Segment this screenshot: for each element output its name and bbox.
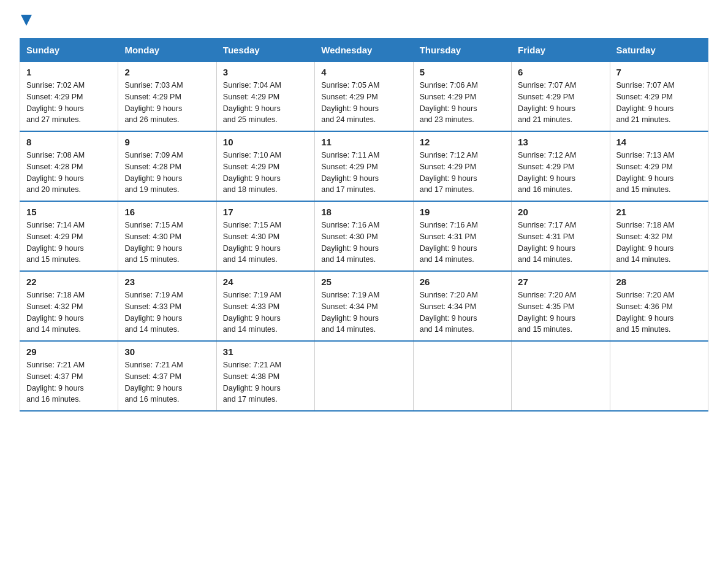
col-header-thursday: Thursday — [413, 39, 511, 62]
day-info: Sunrise: 7:21 AM Sunset: 4:37 PM Dayligh… — [26, 359, 112, 405]
day-number: 29 — [26, 347, 112, 357]
calendar-cell: 1 Sunrise: 7:02 AM Sunset: 4:29 PM Dayli… — [20, 62, 118, 132]
day-info: Sunrise: 7:11 AM Sunset: 4:29 PM Dayligh… — [321, 150, 406, 196]
calendar-cell — [512, 341, 610, 411]
calendar-cell: 24 Sunrise: 7:19 AM Sunset: 4:33 PM Dayl… — [216, 271, 314, 341]
calendar-cell: 7 Sunrise: 7:07 AM Sunset: 4:29 PM Dayli… — [610, 62, 708, 132]
day-info: Sunrise: 7:13 AM Sunset: 4:29 PM Dayligh… — [616, 150, 702, 196]
calendar-week-row: 22 Sunrise: 7:18 AM Sunset: 4:32 PM Dayl… — [20, 271, 708, 341]
calendar-cell: 19 Sunrise: 7:16 AM Sunset: 4:31 PM Dayl… — [413, 201, 511, 271]
day-info: Sunrise: 7:19 AM Sunset: 4:33 PM Dayligh… — [124, 289, 210, 335]
day-number: 13 — [518, 137, 603, 147]
calendar-week-row: 8 Sunrise: 7:08 AM Sunset: 4:28 PM Dayli… — [20, 131, 708, 201]
day-number: 20 — [518, 207, 603, 217]
day-number: 6 — [518, 67, 603, 77]
calendar-header-row: SundayMondayTuesdayWednesdayThursdayFrid… — [20, 39, 708, 62]
calendar-cell: 21 Sunrise: 7:18 AM Sunset: 4:32 PM Dayl… — [610, 201, 708, 271]
calendar-table: SundayMondayTuesdayWednesdayThursdayFrid… — [20, 38, 708, 412]
calendar-cell: 15 Sunrise: 7:14 AM Sunset: 4:29 PM Dayl… — [20, 201, 118, 271]
calendar-cell: 25 Sunrise: 7:19 AM Sunset: 4:34 PM Dayl… — [315, 271, 413, 341]
day-info: Sunrise: 7:20 AM Sunset: 4:34 PM Dayligh… — [420, 289, 505, 335]
calendar-cell: 31 Sunrise: 7:21 AM Sunset: 4:38 PM Dayl… — [216, 341, 314, 411]
calendar-cell: 2 Sunrise: 7:03 AM Sunset: 4:29 PM Dayli… — [118, 62, 216, 132]
day-number: 15 — [26, 207, 112, 217]
day-info: Sunrise: 7:10 AM Sunset: 4:29 PM Dayligh… — [223, 150, 308, 196]
day-number: 24 — [223, 277, 308, 287]
col-header-monday: Monday — [118, 39, 216, 62]
day-info: Sunrise: 7:20 AM Sunset: 4:35 PM Dayligh… — [518, 289, 603, 335]
day-number: 23 — [124, 277, 210, 287]
day-number: 11 — [321, 137, 406, 147]
day-info: Sunrise: 7:09 AM Sunset: 4:28 PM Dayligh… — [124, 150, 210, 196]
calendar-cell — [413, 341, 511, 411]
col-header-saturday: Saturday — [610, 39, 708, 62]
logo-triangle-icon — [21, 15, 32, 26]
day-info: Sunrise: 7:12 AM Sunset: 4:29 PM Dayligh… — [518, 150, 603, 196]
calendar-cell: 9 Sunrise: 7:09 AM Sunset: 4:28 PM Dayli… — [118, 131, 216, 201]
day-number: 5 — [420, 67, 505, 77]
day-number: 21 — [616, 207, 702, 217]
svg-marker-0 — [21, 15, 32, 26]
day-number: 1 — [26, 67, 112, 77]
day-number: 12 — [420, 137, 505, 147]
calendar-cell: 28 Sunrise: 7:20 AM Sunset: 4:36 PM Dayl… — [610, 271, 708, 341]
calendar-cell: 6 Sunrise: 7:07 AM Sunset: 4:29 PM Dayli… — [512, 62, 610, 132]
day-number: 4 — [321, 67, 406, 77]
calendar-cell: 30 Sunrise: 7:21 AM Sunset: 4:37 PM Dayl… — [118, 341, 216, 411]
day-number: 8 — [26, 137, 112, 147]
calendar-cell: 14 Sunrise: 7:13 AM Sunset: 4:29 PM Dayl… — [610, 131, 708, 201]
day-info: Sunrise: 7:02 AM Sunset: 4:29 PM Dayligh… — [26, 80, 112, 126]
day-number: 10 — [223, 137, 308, 147]
day-number: 7 — [616, 67, 702, 77]
col-header-wednesday: Wednesday — [315, 39, 413, 62]
calendar-week-row: 15 Sunrise: 7:14 AM Sunset: 4:29 PM Dayl… — [20, 201, 708, 271]
calendar-cell: 18 Sunrise: 7:16 AM Sunset: 4:30 PM Dayl… — [315, 201, 413, 271]
calendar-cell: 10 Sunrise: 7:10 AM Sunset: 4:29 PM Dayl… — [216, 131, 314, 201]
day-info: Sunrise: 7:21 AM Sunset: 4:37 PM Dayligh… — [124, 359, 210, 405]
calendar-cell: 12 Sunrise: 7:12 AM Sunset: 4:29 PM Dayl… — [413, 131, 511, 201]
col-header-friday: Friday — [512, 39, 610, 62]
calendar-cell: 17 Sunrise: 7:15 AM Sunset: 4:30 PM Dayl… — [216, 201, 314, 271]
day-number: 9 — [124, 137, 210, 147]
col-header-tuesday: Tuesday — [216, 39, 314, 62]
day-info: Sunrise: 7:16 AM Sunset: 4:30 PM Dayligh… — [321, 220, 406, 266]
day-info: Sunrise: 7:03 AM Sunset: 4:29 PM Dayligh… — [124, 80, 210, 126]
day-info: Sunrise: 7:06 AM Sunset: 4:29 PM Dayligh… — [420, 80, 505, 126]
calendar-cell: 11 Sunrise: 7:11 AM Sunset: 4:29 PM Dayl… — [315, 131, 413, 201]
day-number: 30 — [124, 347, 210, 357]
day-info: Sunrise: 7:19 AM Sunset: 4:34 PM Dayligh… — [321, 289, 406, 335]
calendar-cell — [315, 341, 413, 411]
day-info: Sunrise: 7:20 AM Sunset: 4:36 PM Dayligh… — [616, 289, 702, 335]
day-info: Sunrise: 7:18 AM Sunset: 4:32 PM Dayligh… — [616, 220, 702, 266]
day-info: Sunrise: 7:04 AM Sunset: 4:29 PM Dayligh… — [223, 80, 308, 126]
day-info: Sunrise: 7:07 AM Sunset: 4:29 PM Dayligh… — [518, 80, 603, 126]
calendar-cell — [610, 341, 708, 411]
calendar-cell: 23 Sunrise: 7:19 AM Sunset: 4:33 PM Dayl… — [118, 271, 216, 341]
calendar-cell: 8 Sunrise: 7:08 AM Sunset: 4:28 PM Dayli… — [20, 131, 118, 201]
calendar-cell: 16 Sunrise: 7:15 AM Sunset: 4:30 PM Dayl… — [118, 201, 216, 271]
calendar-cell: 29 Sunrise: 7:21 AM Sunset: 4:37 PM Dayl… — [20, 341, 118, 411]
day-info: Sunrise: 7:19 AM Sunset: 4:33 PM Dayligh… — [223, 289, 308, 335]
day-info: Sunrise: 7:12 AM Sunset: 4:29 PM Dayligh… — [420, 150, 505, 196]
calendar-cell: 26 Sunrise: 7:20 AM Sunset: 4:34 PM Dayl… — [413, 271, 511, 341]
day-info: Sunrise: 7:18 AM Sunset: 4:32 PM Dayligh… — [26, 289, 112, 335]
calendar-cell: 27 Sunrise: 7:20 AM Sunset: 4:35 PM Dayl… — [512, 271, 610, 341]
col-header-sunday: Sunday — [20, 39, 118, 62]
day-number: 28 — [616, 277, 702, 287]
day-info: Sunrise: 7:15 AM Sunset: 4:30 PM Dayligh… — [223, 220, 308, 266]
day-number: 22 — [26, 277, 112, 287]
calendar-cell: 20 Sunrise: 7:17 AM Sunset: 4:31 PM Dayl… — [512, 201, 610, 271]
day-info: Sunrise: 7:05 AM Sunset: 4:29 PM Dayligh… — [321, 80, 406, 126]
calendar-week-row: 29 Sunrise: 7:21 AM Sunset: 4:37 PM Dayl… — [20, 341, 708, 411]
day-info: Sunrise: 7:07 AM Sunset: 4:29 PM Dayligh… — [616, 80, 702, 126]
day-info: Sunrise: 7:16 AM Sunset: 4:31 PM Dayligh… — [420, 220, 505, 266]
day-info: Sunrise: 7:21 AM Sunset: 4:38 PM Dayligh… — [223, 359, 308, 405]
day-number: 17 — [223, 207, 308, 217]
calendar-cell: 13 Sunrise: 7:12 AM Sunset: 4:29 PM Dayl… — [512, 131, 610, 201]
calendar-cell: 22 Sunrise: 7:18 AM Sunset: 4:32 PM Dayl… — [20, 271, 118, 341]
day-info: Sunrise: 7:17 AM Sunset: 4:31 PM Dayligh… — [518, 220, 603, 266]
day-number: 2 — [124, 67, 210, 77]
day-number: 16 — [124, 207, 210, 217]
logo — [20, 15, 32, 26]
calendar-cell: 3 Sunrise: 7:04 AM Sunset: 4:29 PM Dayli… — [216, 62, 314, 132]
